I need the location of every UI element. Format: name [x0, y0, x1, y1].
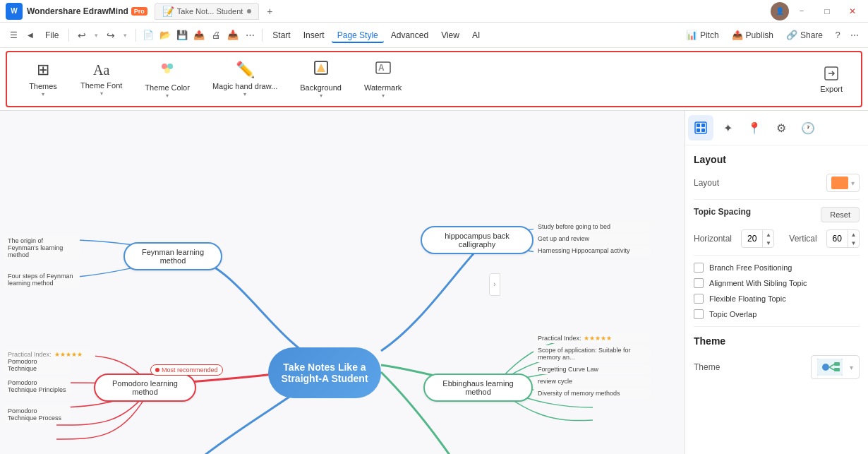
- panel-clock-icon[interactable]: 🕐: [795, 115, 821, 141]
- new-tab-button[interactable]: +: [262, 4, 277, 19]
- reset-button[interactable]: Reset: [821, 207, 860, 222]
- import-icon[interactable]: 📥: [225, 28, 241, 43]
- h-up-arrow[interactable]: ▲: [762, 230, 773, 239]
- spacing-values-row: Horizontal 20 ▲ ▼ Vertical 60 ▲ ▼: [694, 229, 860, 248]
- publish-button[interactable]: 📤 Publish: [726, 28, 779, 42]
- panel-layout-icon[interactable]: [688, 115, 713, 141]
- rs-2[interactable]: Get up and review: [534, 234, 650, 244]
- separator: [68, 29, 69, 42]
- tab-ai[interactable]: AI: [466, 28, 486, 43]
- subtopic-2[interactable]: Four steps of Feynman learning method: [4, 271, 80, 288]
- subtopic-5[interactable]: Pomodoro Technique Process: [4, 406, 71, 423]
- h-down-arrow[interactable]: ▼: [762, 239, 773, 247]
- svg-rect-18: [834, 368, 840, 371]
- rs-6[interactable]: Forgetting Curve Law: [534, 364, 650, 374]
- divider-3: [694, 326, 860, 327]
- redo-button[interactable]: ↪: [102, 28, 119, 43]
- branch-free-row: Branch Free Positioning: [694, 263, 860, 273]
- subtopic-4[interactable]: Pomodoro Technique Principles: [4, 378, 71, 395]
- main-area: Take Notes Like a Straight-A Student Fey…: [0, 111, 868, 454]
- center-node[interactable]: Take Notes Like a Straight-A Student: [268, 347, 381, 398]
- recommended-badge: Most recommended: [150, 364, 223, 376]
- ebbinghaus-node[interactable]: Ebbinghaus learning method: [423, 374, 533, 402]
- redo-dropdown[interactable]: ▾: [119, 30, 131, 41]
- file-menu[interactable]: File: [40, 28, 64, 42]
- rs-3[interactable]: Harnessing Hippocampal activity: [534, 246, 650, 256]
- more-button[interactable]: ⋯: [847, 28, 862, 43]
- tab-start[interactable]: Start: [267, 28, 296, 43]
- toolbar: ⊞ Themes ▾ Aa Theme Font ▾ Theme Color ▾…: [6, 51, 862, 107]
- app-logo: W: [6, 3, 23, 20]
- export-button[interactable]: Export: [813, 61, 850, 97]
- flexible-row: Flexible Floating Topic: [694, 294, 860, 304]
- layout-selector[interactable]: ▾: [826, 174, 860, 192]
- v-down-arrow[interactable]: ▼: [848, 239, 859, 247]
- pitch-button[interactable]: 📊 Pitch: [680, 28, 725, 42]
- horizontal-input[interactable]: 20 ▲ ▼: [741, 229, 774, 248]
- flexible-checkbox[interactable]: [694, 294, 704, 304]
- share-button[interactable]: 🔗 Share: [780, 28, 828, 42]
- layout-section: Layout Layout ▾: [694, 154, 860, 192]
- rs-5[interactable]: Scope of application: Suitable for memor…: [534, 345, 650, 362]
- watermark-button[interactable]: A Watermark ▾: [354, 55, 411, 103]
- pomodoro-node[interactable]: Pomodoro learning method: [94, 374, 196, 402]
- tab-view[interactable]: View: [435, 28, 465, 43]
- theme-preview[interactable]: ▾: [811, 355, 860, 379]
- save-icon[interactable]: 💾: [174, 28, 190, 43]
- close-button[interactable]: ✕: [843, 4, 862, 19]
- theme-title: Theme: [694, 335, 860, 347]
- more-icon[interactable]: ⋯: [242, 28, 258, 43]
- menu-back[interactable]: ◀: [23, 28, 38, 43]
- theme-font-button[interactable]: Aa Theme Font ▾: [71, 58, 132, 101]
- spacing-title: Topic Spacing: [694, 207, 751, 217]
- maximize-button[interactable]: □: [817, 4, 837, 19]
- minimize-button[interactable]: －: [792, 4, 812, 19]
- tab-page-style[interactable]: Page Style: [332, 28, 384, 43]
- panel-collapse[interactable]: ›: [489, 273, 500, 296]
- open-icon[interactable]: 📂: [157, 28, 173, 43]
- v-up-arrow[interactable]: ▲: [848, 230, 859, 239]
- menubar: ☰ ◀ File ↩ ▾ ↪ ▾ 📄 📂 💾 📤 🖨 📥 ⋯ Start Ins…: [0, 23, 868, 48]
- new-icon[interactable]: 📄: [140, 28, 156, 43]
- menu-hamburger[interactable]: ☰: [6, 28, 21, 43]
- hippocampus-node[interactable]: hippocampus back calligraphy: [421, 226, 534, 254]
- panel-location-icon[interactable]: 📍: [742, 115, 767, 141]
- rs-1[interactable]: Study before going to bed: [534, 222, 650, 232]
- themes-button[interactable]: ⊞ Themes ▾: [18, 56, 68, 102]
- canvas[interactable]: Take Notes Like a Straight-A Student Fey…: [0, 111, 685, 454]
- app-name: Wondershare EdrawMind: [27, 6, 128, 16]
- svg-rect-12: [701, 129, 705, 132]
- branch-free-label: Branch Free Positioning: [709, 263, 792, 272]
- subtopic-1[interactable]: The origin of Feynman's learning method: [4, 236, 80, 260]
- stars-1[interactable]: Practical Index: ★★★★★: [4, 350, 95, 359]
- svg-point-14: [822, 364, 829, 371]
- rs-4[interactable]: Practical Index:★★★★★: [534, 333, 650, 343]
- overlap-checkbox[interactable]: [694, 309, 704, 319]
- theme-color-icon: [159, 59, 176, 80]
- undo-dropdown[interactable]: ▾: [90, 30, 102, 41]
- print-icon[interactable]: 🖨: [208, 28, 224, 43]
- branch-free-checkbox[interactable]: [694, 263, 704, 273]
- tab-insert[interactable]: Insert: [298, 28, 330, 43]
- magic-draw-button[interactable]: ✏️ Magic hand draw... ▾: [203, 56, 287, 102]
- rs-7[interactable]: review cycle: [534, 376, 650, 386]
- background-button[interactable]: Background ▾: [290, 55, 351, 103]
- tab-unsaved-dot: [247, 9, 251, 13]
- rs-8[interactable]: Diversity of memory methods: [534, 388, 650, 398]
- alignment-checkbox[interactable]: [694, 278, 704, 288]
- user-avatar[interactable]: 👤: [771, 2, 789, 20]
- panel-ai-icon[interactable]: ✦: [715, 115, 740, 141]
- checkboxes-section: Branch Free Positioning Alignment With S…: [694, 263, 860, 319]
- vertical-input[interactable]: 60 ▲ ▼: [826, 229, 860, 248]
- panel-settings-icon[interactable]: ⚙: [768, 115, 794, 141]
- theme-color-button[interactable]: Theme Color ▾: [135, 55, 200, 103]
- undo-button[interactable]: ↩: [73, 28, 90, 43]
- theme-thumb: [817, 359, 843, 376]
- tab-advanced[interactable]: Advanced: [385, 28, 434, 43]
- help-button[interactable]: ?: [830, 28, 845, 43]
- export-icon[interactable]: 📤: [191, 28, 207, 43]
- active-tab[interactable]: 📝 Take Not... Student: [155, 3, 260, 20]
- titlebar: W Wondershare EdrawMind Pro 📝 Take Not..…: [0, 0, 868, 23]
- magic-draw-arrow: ▾: [243, 91, 246, 97]
- feynman-node[interactable]: Feynman learning method: [123, 242, 222, 270]
